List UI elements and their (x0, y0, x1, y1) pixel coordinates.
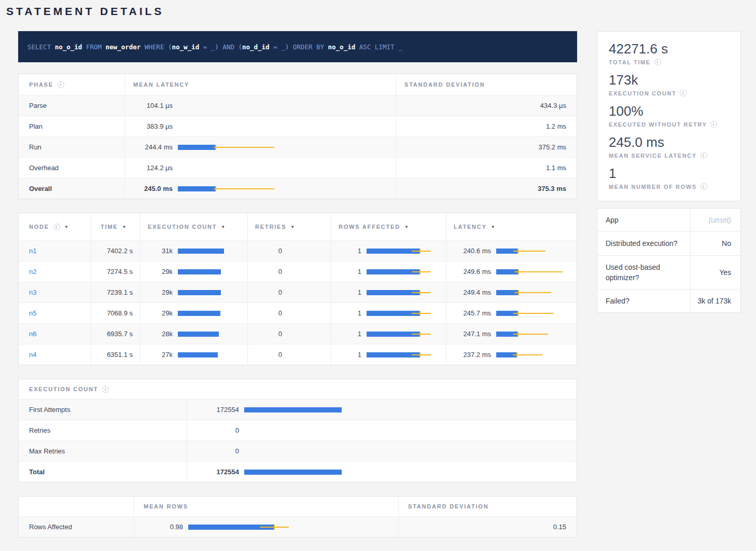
table-row: Overall 245.0 ms 375.3 ms (19, 178, 577, 199)
time-cell: 7274.5 s (91, 261, 141, 282)
node-link[interactable]: n6 (29, 330, 36, 338)
table-row: Total 172554 (19, 461, 577, 482)
stdev-line (412, 292, 431, 293)
info-icon[interactable]: i (680, 90, 687, 97)
sql-statement-box: SELECT no_o_id FROM new_order WHERE (no_… (18, 31, 577, 62)
table-row: Rows Affected 0.98 0.15 (19, 516, 577, 537)
latency-bar (178, 186, 387, 192)
stdev-cell: 375.3 ms (396, 178, 577, 199)
rows-affected-bar (367, 331, 440, 337)
table-row: n2 7274.5 s 29k 0 1 249.6 ms (19, 261, 577, 282)
table-title-label: EXECUTION COUNT (29, 386, 98, 392)
rows-affected-value: 1 (339, 288, 361, 296)
node-cell: n1 (19, 241, 91, 261)
table-row: Retries 0 (19, 420, 577, 440)
stdev-cell: 375.2 ms (396, 137, 577, 157)
sql-token: no_d_id (242, 43, 270, 51)
rows-affected-column-header[interactable]: ROWS AFFECTED ▼ (331, 213, 446, 240)
stat-value: 173k (609, 72, 729, 88)
statement-details-page: STATEMENT DETAILS SELECT no_o_id FROM ne… (0, 0, 756, 538)
detail-row-distributed-execution: Distributed execution? No (597, 231, 740, 255)
stat-execution-count: 173k EXECUTION COUNT i (609, 72, 729, 97)
execution-count-column-header[interactable]: EXECUTION COUNT ▼ (141, 213, 248, 240)
page-title: STATEMENT DETAILS (6, 5, 749, 18)
stdev-tick (518, 269, 519, 274)
retries-cell: 0 (248, 303, 331, 323)
table-row: n4 6351.1 s 27k 0 1 237.2 ms (19, 344, 577, 365)
column-header-label: RETRIES (255, 224, 286, 230)
phase-label: Overhead (29, 164, 59, 172)
phase-label: Overall (29, 185, 52, 192)
time-cell: 6351.1 s (91, 345, 141, 365)
node-link[interactable]: n2 (29, 268, 36, 276)
node-table: NODE i ▼ TIME ▼ EXECUTION COUNT ▼ RETRIE… (18, 213, 577, 365)
stdev-tick (419, 352, 421, 357)
time-cell: 7068.9 s (91, 303, 141, 323)
info-icon[interactable]: i (701, 183, 707, 190)
detail-label: Used cost-based optimizer? (597, 256, 691, 290)
execution-count-cell: 28k (141, 324, 248, 344)
stdev-line (412, 251, 431, 252)
info-icon[interactable]: i (710, 121, 717, 128)
execution-count-cell: 29k (141, 282, 248, 302)
latency-value: 247.1 ms (454, 330, 491, 338)
column-header-label: MEAN LATENCY (133, 81, 189, 88)
execution-count-table: EXECUTION COUNT i First Attempts 172554 … (18, 379, 577, 483)
retries-cell: 0 (248, 345, 331, 365)
node-table-header: NODE i ▼ TIME ▼ EXECUTION COUNT ▼ RETRIE… (19, 213, 577, 240)
execution-row-value-cell: 172554 (187, 462, 577, 482)
statement-details-card: App (unset) Distributed execution? No Us… (597, 208, 741, 313)
phase-cell: Plan (19, 116, 125, 136)
column-header-label: ROWS AFFECTED (339, 224, 400, 230)
latency-column-header[interactable]: LATENCY ▼ (446, 213, 577, 240)
mean-latency-value: 383.9 µs (133, 122, 173, 130)
detail-label: Distributed execution? (597, 232, 691, 255)
time-column-header[interactable]: TIME ▼ (91, 213, 141, 240)
stdev-tick (419, 311, 421, 316)
sort-descending-icon: ▼ (122, 225, 127, 229)
info-icon[interactable]: i (701, 152, 707, 159)
node-cell: n5 (19, 303, 91, 323)
sql-token: SELECT (27, 43, 55, 51)
execution-count-value: 0 (194, 447, 239, 455)
stdev-tick (518, 290, 519, 295)
info-icon[interactable]: i (654, 59, 661, 65)
bar-fill (178, 290, 221, 295)
sql-token: no_w_id (172, 43, 199, 51)
retries-column-header[interactable]: RETRIES ▼ (248, 213, 331, 240)
mean-latency-value: 244.4 ms (133, 143, 173, 151)
rows-affected-cell: 1 (331, 303, 446, 323)
stdev-value: 1.1 ms (546, 164, 566, 172)
stdev-tick (419, 290, 421, 295)
info-icon[interactable]: i (102, 386, 109, 393)
empty-header-cell (19, 497, 134, 516)
node-link[interactable]: n5 (29, 309, 36, 317)
table-row: n6 6935.7 s 28k 0 1 247.1 ms (19, 323, 577, 344)
mean-rows-value: 0.98 (142, 523, 183, 531)
execution-count-value: 28k (148, 330, 173, 338)
time-cell: 7402.2 s (91, 241, 141, 261)
info-icon[interactable]: i (58, 81, 64, 88)
table-row: Plan 383.9 µs 1.2 ms (19, 116, 577, 136)
execution-count-bar (244, 469, 568, 475)
rows-affected-table: MEAN ROWS STANDARD DEVIATION Rows Affect… (18, 496, 577, 538)
latency-bar (496, 331, 568, 337)
info-icon[interactable]: i (53, 224, 60, 230)
time-value: 7274.5 s (107, 268, 133, 276)
node-link[interactable]: n3 (29, 288, 36, 296)
latency-cell: 237.2 ms (446, 345, 577, 365)
node-column-header[interactable]: NODE i ▼ (19, 213, 91, 240)
stdev-tick (215, 186, 216, 191)
node-link[interactable]: n1 (29, 247, 36, 255)
latency-cell: 240.6 ms (446, 241, 577, 261)
detail-row-failed: Failed? 3k of 173k (597, 289, 740, 312)
bar-fill (178, 311, 220, 316)
stdev-line (412, 334, 431, 335)
node-link[interactable]: n4 (29, 351, 36, 359)
stdev-value: 375.2 ms (539, 143, 566, 151)
stat-label-text: MEAN NUMBER OF ROWS (609, 184, 697, 190)
sql-token: = _) AND ( (199, 43, 242, 51)
stdev-line (513, 313, 554, 314)
stat-label: MEAN NUMBER OF ROWS i (609, 183, 729, 190)
execution-count-cell: 27k (141, 345, 248, 365)
